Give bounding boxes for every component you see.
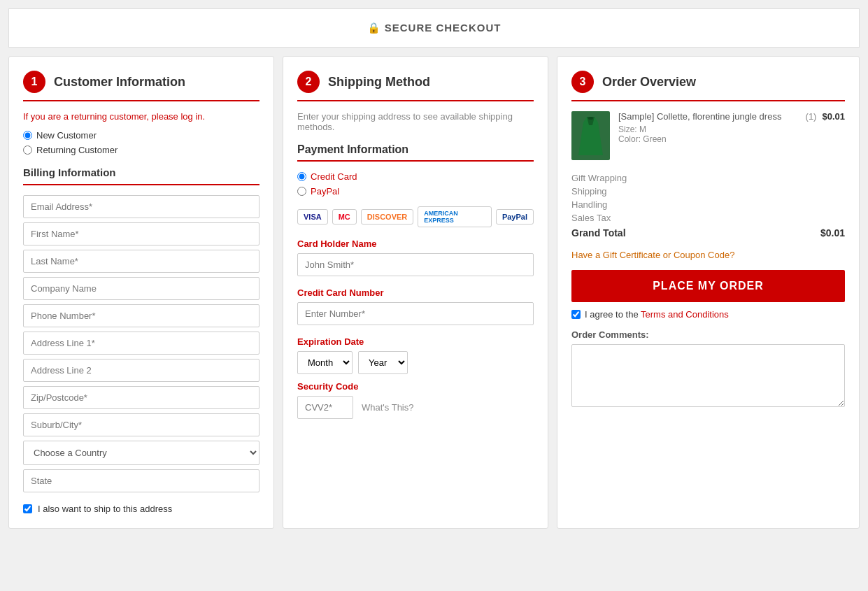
- shipping-divider: [297, 100, 534, 101]
- cardholder-label: Card Holder Name: [297, 238, 534, 249]
- product-color: Color: Green: [618, 134, 797, 144]
- month-select[interactable]: Month 010203 040506 070809 101112: [297, 351, 353, 374]
- sales-tax-label: Sales Tax: [571, 213, 611, 223]
- customer-divider: [23, 100, 259, 101]
- card-number-label: Credit Card Number: [297, 287, 534, 298]
- paypal-radio[interactable]: [297, 187, 306, 196]
- order-comments-label: Order Comments:: [571, 329, 845, 340]
- cvv-field[interactable]: [297, 396, 353, 419]
- grand-total-label: Grand Total: [571, 227, 626, 238]
- customer-panel-title: Customer Information: [54, 75, 185, 90]
- new-customer-label: New Customer: [36, 130, 97, 141]
- expiry-label: Expiration Date: [297, 336, 534, 347]
- order-totals: Gift Wrapping Shipping Handling Sales Ta…: [571, 171, 845, 241]
- svg-rect-2: [588, 117, 593, 120]
- grand-total-row: Grand Total $0.01: [571, 225, 845, 241]
- phone-field[interactable]: [23, 304, 259, 327]
- mastercard-icon: MC: [332, 209, 357, 225]
- credit-card-radio[interactable]: [297, 172, 306, 181]
- credit-card-radio-label[interactable]: Credit Card: [297, 171, 534, 182]
- state-field[interactable]: [23, 469, 259, 492]
- customer-information-panel: 1 Customer Information If you are a retu…: [8, 56, 274, 529]
- sales-tax-row: Sales Tax: [571, 211, 845, 225]
- lock-icon: 🔒: [367, 22, 381, 34]
- terms-checkbox[interactable]: [571, 310, 581, 319]
- company-name-field[interactable]: [23, 277, 259, 300]
- product-image: [571, 111, 610, 160]
- ship-to-address-label: I also want to ship to this address: [38, 504, 172, 514]
- order-divider: [571, 100, 845, 101]
- product-name: [Sample] Collette, florentine jungle dre…: [618, 111, 797, 122]
- place-order-button[interactable]: PLACE MY ORDER: [571, 270, 845, 302]
- shipping-panel-title: Shipping Method: [328, 75, 430, 90]
- returning-customer-radio-label[interactable]: Returning Customer: [23, 145, 259, 155]
- secure-checkout-header: 🔒 SECURE CHECKOUT: [8, 8, 860, 48]
- product-details: [Sample] Collette, florentine jungle dre…: [618, 111, 797, 144]
- cardholder-name-field[interactable]: [297, 253, 534, 276]
- credit-card-label: Credit Card: [311, 171, 357, 182]
- cvv-row: What's This?: [297, 396, 534, 419]
- country-select[interactable]: Choose a Country United States Canada Un…: [23, 441, 259, 465]
- order-comments-textarea[interactable]: [571, 344, 845, 407]
- product-size: Size: M: [618, 124, 797, 134]
- paypal-radio-label[interactable]: PayPal: [297, 186, 534, 197]
- handling-label: Handling: [571, 199, 607, 210]
- returning-customer-label: Returning Customer: [36, 145, 118, 155]
- shipping-panel-header: 2 Shipping Method: [297, 71, 534, 93]
- gift-wrapping-label: Gift Wrapping: [571, 173, 627, 183]
- year-select[interactable]: Year 202420252026 2027202820292030: [358, 351, 408, 374]
- terms-link[interactable]: Terms and Conditions: [641, 309, 729, 320]
- step-1-badge: 1: [23, 71, 45, 93]
- order-panel-header: 3 Order Overview: [571, 71, 845, 93]
- paypal-label: PayPal: [311, 186, 339, 197]
- paypal-card-icon: PayPal: [496, 209, 534, 225]
- whats-this-link[interactable]: What's This?: [362, 402, 414, 413]
- payment-divider: [297, 160, 534, 162]
- payment-options-group: Credit Card PayPal: [297, 171, 534, 197]
- city-field[interactable]: [23, 413, 259, 436]
- zip-field[interactable]: [23, 386, 259, 409]
- expiry-row: Month 010203 040506 070809 101112 Year 2…: [297, 351, 534, 374]
- amex-icon: AMERICAN EXPRESS: [418, 206, 492, 227]
- returning-customer-text: If you are a returning customer, please …: [23, 111, 259, 122]
- product-qty-price: (1) $0.01: [806, 111, 845, 122]
- card-number-field[interactable]: [297, 302, 534, 325]
- visa-icon: VISA: [297, 209, 328, 225]
- order-overview-panel: 3 Order Overview [Sample] Collette, flor…: [557, 56, 860, 529]
- grand-total-value: $0.01: [820, 227, 845, 238]
- billing-divider: [23, 184, 259, 185]
- gift-wrapping-row: Gift Wrapping: [571, 171, 845, 185]
- new-customer-radio-label[interactable]: New Customer: [23, 130, 259, 141]
- security-code-label: Security Code: [297, 381, 534, 392]
- coupon-link[interactable]: Have a Gift Certificate or Coupon Code?: [571, 250, 845, 260]
- product-qty: (1): [806, 111, 817, 122]
- customer-panel-header: 1 Customer Information: [23, 71, 259, 93]
- shipping-method-panel: 2 Shipping Method Enter your shipping ad…: [283, 56, 548, 529]
- new-customer-radio[interactable]: [23, 131, 32, 140]
- ship-to-address-checkbox[interactable]: [23, 504, 32, 513]
- returning-customer-radio[interactable]: [23, 145, 32, 155]
- address-line1-field[interactable]: [23, 332, 259, 355]
- handling-row: Handling: [571, 198, 845, 211]
- order-item: [Sample] Collette, florentine jungle dre…: [571, 111, 845, 160]
- last-name-field[interactable]: [23, 250, 259, 273]
- ship-to-address-row: I also want to ship to this address: [23, 504, 259, 514]
- shipping-row: Shipping: [571, 185, 845, 198]
- step-2-badge: 2: [297, 71, 320, 93]
- shipping-info-text: Enter your shipping address to see avail…: [297, 111, 534, 132]
- billing-info-title: Billing Information: [23, 166, 259, 178]
- discover-icon: DISCOVER: [361, 209, 413, 225]
- first-name-field[interactable]: [23, 222, 259, 245]
- header-title: SECURE CHECKOUT: [385, 22, 501, 34]
- terms-text: I agree to the Terms and Conditions: [585, 309, 729, 320]
- product-price: $0.01: [822, 111, 845, 122]
- terms-row: I agree to the Terms and Conditions: [571, 309, 845, 320]
- customer-type-radio-group: New Customer Returning Customer: [23, 130, 259, 155]
- address-line2-field[interactable]: [23, 359, 259, 382]
- order-panel-title: Order Overview: [602, 75, 696, 90]
- shipping-label: Shipping: [571, 186, 607, 197]
- card-icons-row: VISA MC DISCOVER AMERICAN EXPRESS PayPal: [297, 206, 534, 227]
- email-field[interactable]: [23, 195, 259, 218]
- step-3-badge: 3: [571, 71, 594, 93]
- payment-info-title: Payment Information: [297, 143, 534, 156]
